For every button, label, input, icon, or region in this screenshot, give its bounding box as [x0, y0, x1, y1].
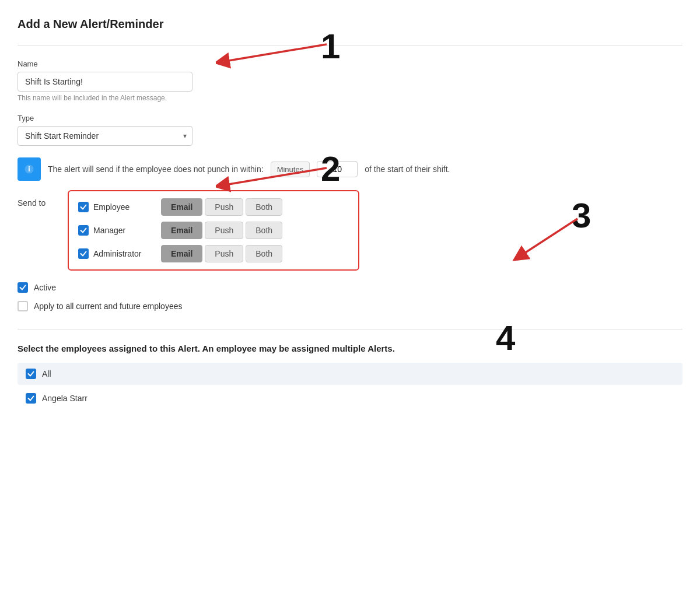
- angela-label: Angela Starr: [42, 394, 88, 403]
- recipient-row-employee: Employee Email Push Both: [78, 198, 349, 216]
- active-checkbox[interactable]: [18, 282, 28, 293]
- manager-push-btn[interactable]: Push: [205, 222, 243, 239]
- all-label: All: [42, 369, 51, 378]
- angela-checkbox[interactable]: [26, 393, 36, 404]
- name-input[interactable]: [18, 72, 192, 92]
- employee-email-btn[interactable]: Email: [161, 198, 202, 216]
- employee-label: Employee: [93, 202, 152, 212]
- administrator-btn-group: Email Push Both: [161, 245, 282, 262]
- active-label: Active: [34, 283, 56, 292]
- manager-label: Manager: [93, 226, 152, 235]
- employees-section-title: Select the employees assigned to this Al…: [18, 343, 682, 353]
- minutes-input[interactable]: [317, 161, 358, 177]
- administrator-email-btn[interactable]: Email: [161, 245, 202, 262]
- administrator-push-btn[interactable]: Push: [205, 245, 243, 262]
- send-to-label: Send to: [18, 190, 58, 208]
- type-group: Type Shift Start Reminder Shift End Remi…: [18, 114, 682, 146]
- manager-both-btn[interactable]: Both: [246, 222, 282, 239]
- employee-row-angela: Angela Starr: [18, 387, 682, 409]
- employee-checkbox-wrapper: Employee: [78, 202, 152, 212]
- recipient-row-administrator: Administrator Email Push Both: [78, 245, 349, 262]
- employee-both-btn[interactable]: Both: [246, 198, 282, 216]
- divider: [18, 45, 682, 45]
- info-icon: i: [18, 157, 41, 181]
- administrator-both-btn[interactable]: Both: [246, 245, 282, 262]
- type-select[interactable]: Shift Start Reminder Shift End Reminder …: [18, 126, 192, 146]
- name-hint: This name will be included in the Alert …: [18, 94, 682, 102]
- manager-btn-group: Email Push Both: [161, 222, 282, 239]
- manager-email-btn[interactable]: Email: [161, 222, 202, 239]
- info-description-post: of the start of their shift.: [365, 164, 450, 174]
- manager-checkbox[interactable]: [78, 225, 89, 236]
- recipient-row-manager: Manager Email Push Both: [78, 222, 349, 239]
- info-row: i The alert will send if the employee do…: [18, 157, 682, 181]
- manager-checkbox-wrapper: Manager: [78, 225, 152, 236]
- employee-row-all: All: [18, 363, 682, 385]
- all-checkbox[interactable]: [26, 369, 36, 379]
- employee-push-btn[interactable]: Push: [205, 198, 243, 216]
- employee-btn-group: Email Push Both: [161, 198, 282, 216]
- name-group: Name This name will be included in the A…: [18, 59, 682, 102]
- administrator-checkbox[interactable]: [78, 248, 89, 259]
- type-label: Type: [18, 114, 682, 122]
- apply-row: Apply to all current and future employee…: [18, 301, 682, 311]
- apply-checkbox[interactable]: [18, 301, 28, 311]
- type-select-wrapper: Shift Start Reminder Shift End Reminder …: [18, 126, 192, 146]
- send-to-row: Send to Employee Email Push Both: [18, 190, 682, 271]
- name-label: Name: [18, 59, 682, 68]
- administrator-checkbox-wrapper: Administrator: [78, 248, 152, 259]
- info-description-pre: The alert will send if the employee does…: [48, 164, 264, 174]
- administrator-label: Administrator: [93, 249, 152, 258]
- page-title: Add a New Alert/Reminder: [18, 17, 682, 31]
- apply-label: Apply to all current and future employee…: [34, 302, 182, 311]
- svg-text:i: i: [28, 165, 30, 173]
- minutes-label: Minutes: [271, 162, 310, 177]
- employee-checkbox[interactable]: [78, 202, 89, 212]
- active-row: Active: [18, 282, 682, 293]
- annotation-1: 1: [321, 29, 340, 64]
- recipients-box: Employee Email Push Both Manager Email: [68, 190, 359, 271]
- section-divider: [18, 329, 682, 329]
